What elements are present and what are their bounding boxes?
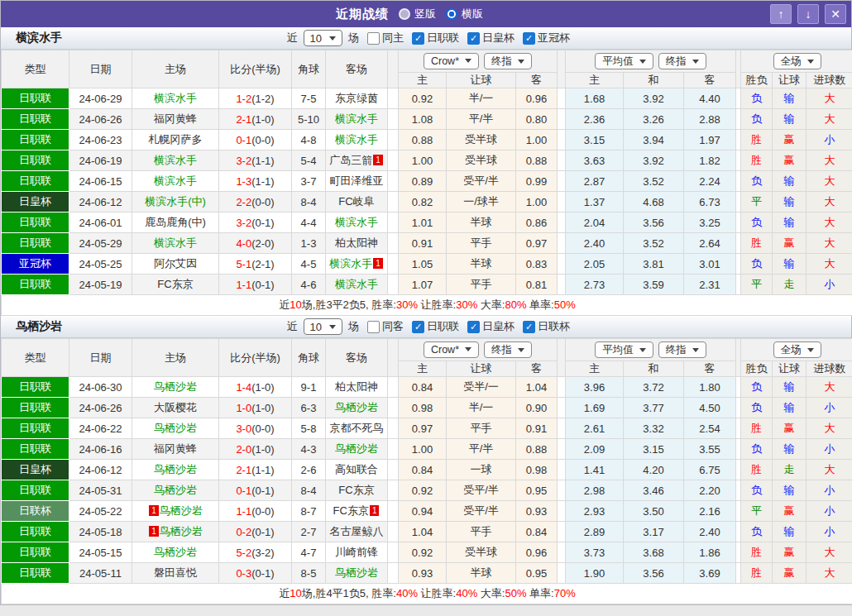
team-name: 鹿岛鹿角(中) <box>145 216 206 228</box>
team-name: 横滨水手 <box>335 216 378 228</box>
bookmaker-select[interactable]: Crow* <box>424 341 479 358</box>
fulltime-score: 0-3 <box>236 567 251 580</box>
result-goals: 大 <box>807 212 852 233</box>
red-card-badge: 1 <box>370 505 380 516</box>
chevron-down-icon <box>518 60 524 64</box>
halftime-score: (1-1) <box>251 464 274 476</box>
match-count-select[interactable]: 10 <box>304 30 342 46</box>
column-header-2: 主场 <box>132 339 219 377</box>
average-stage-select[interactable]: 终指 <box>658 341 706 358</box>
result-goals: 大 <box>807 171 852 192</box>
avg-home: 2.09 <box>566 439 624 460</box>
odds-away: 0.81 <box>516 275 558 295</box>
match-row: 日职联24-05-181鸟栖沙岩0-2(0-1)2-7名古屋鲸八1.04平手0.… <box>2 522 852 542</box>
away-team: 町田泽维亚 <box>326 171 388 192</box>
league-checkbox-1[interactable]: ✓日皇杯 <box>467 31 515 45</box>
avg-home: 1.69 <box>566 398 624 418</box>
column-separator <box>558 88 566 109</box>
competition-badge: 日职联 <box>2 542 69 563</box>
home-team: 福冈黄蜂 <box>132 109 219 130</box>
league-label: 日职联 <box>427 31 459 45</box>
column-separator <box>558 339 566 377</box>
summary-label: 大率: <box>477 298 505 311</box>
home-team: 福冈黄蜂 <box>132 439 219 460</box>
average-select[interactable]: 平均值 <box>595 53 653 69</box>
summary-label: 近 <box>279 587 290 599</box>
odds-handicap: 平手 <box>447 233 516 254</box>
competition-badge: 日皇杯 <box>2 460 69 480</box>
red-card-badge: 1 <box>373 258 383 269</box>
fulltime-score: 1-1 <box>236 505 251 518</box>
match-row: 日职联24-06-23札幌冈萨多0-1(0-0)4-8横滨水手0.88受半球1.… <box>2 130 852 150</box>
avg-draw: 3.26 <box>624 109 684 130</box>
home-team: 鸟栖沙岩 <box>132 480 219 501</box>
bookmaker-select[interactable]: Crow* <box>424 53 479 69</box>
checkbox-checked-icon: ✓ <box>467 321 480 333</box>
result-goals: 大 <box>807 377 852 398</box>
avg-away: 1.97 <box>684 130 736 150</box>
sections-container: 横滨水手 近10场同主✓日职联✓日皇杯✓亚冠杯 类型日期主场比分(半场)角球客场… <box>1 27 851 604</box>
summary-value: 50% <box>505 587 526 599</box>
avg-home: 1.37 <box>566 192 624 212</box>
home-team: 札幌冈萨多 <box>132 130 219 150</box>
away-team: 横滨水手 <box>326 275 388 295</box>
column-separator <box>388 542 399 563</box>
league-checkbox-2[interactable]: ✓亚冠杯 <box>523 31 570 45</box>
move-up-button[interactable]: ↑ <box>770 4 792 24</box>
layout-radio-vertical[interactable]: 竖版 <box>399 7 436 21</box>
league-checkbox-0[interactable]: ✓日职联 <box>412 319 459 334</box>
scope-select[interactable]: 全场 <box>773 341 821 358</box>
move-down-button[interactable]: ↓ <box>797 4 819 24</box>
avg-away: 6.73 <box>684 192 736 212</box>
league-checkbox-0[interactable]: ✓日职联 <box>412 31 459 45</box>
odds-stage-select[interactable]: 终指 <box>484 53 532 69</box>
avg-draw: 3.81 <box>624 254 684 275</box>
avg-away: 4.50 <box>684 398 736 418</box>
team-name: 横滨水手 <box>329 257 372 270</box>
result-handicap: 赢 <box>773 150 807 171</box>
halftime-score: (3-2) <box>251 547 274 559</box>
summary-value: 50% <box>554 298 576 311</box>
odds-home: 0.94 <box>399 501 447 522</box>
avg-draw: 3.56 <box>624 563 684 584</box>
league-checkbox-2[interactable]: ✓日联杯 <box>523 319 570 334</box>
avg-away: 2.24 <box>684 171 736 192</box>
match-row: 日职联24-06-22鸟栖沙岩3-0(0-0)5-8京都不死鸟0.97平手0.9… <box>2 418 852 439</box>
summary-value: 30% <box>456 298 477 311</box>
same-venue-checkbox[interactable]: 同主 <box>367 31 404 45</box>
odds-handicap: 半球 <box>447 212 516 233</box>
same-venue-checkbox[interactable]: 同客 <box>367 319 404 334</box>
summary-label: 场,胜3平2负5, 胜率: <box>302 298 396 311</box>
result-goals: 小 <box>807 522 852 542</box>
score-cell: 5-2(3-2) <box>219 542 292 563</box>
corner-score: 8-4 <box>292 192 326 212</box>
summary-value: 30% <box>396 298 418 311</box>
match-count-select[interactable]: 10 <box>304 318 342 335</box>
average-select[interactable]: 平均值 <box>595 341 653 358</box>
summary-label: 近 <box>279 298 290 311</box>
average-stage-select[interactable]: 终指 <box>658 53 706 69</box>
home-team: 磐田喜悦 <box>132 563 219 584</box>
layout-radio-horizontal[interactable]: 横版 <box>446 7 483 21</box>
odds-stage-select[interactable]: 终指 <box>484 341 532 358</box>
summary-label: 单率: <box>526 298 553 311</box>
result-handicap: 输 <box>773 88 807 109</box>
result-goals: 小 <box>807 275 852 295</box>
titlebar: 近期战绩 竖版 横版 ↑ ↓ ✕ <box>1 1 851 27</box>
odds-handicap: 一球 <box>447 460 516 480</box>
odds-handicap: 受半球 <box>447 130 516 150</box>
close-button[interactable]: ✕ <box>825 4 846 24</box>
same-venue-label: 同客 <box>382 319 404 334</box>
league-checkbox-1[interactable]: ✓日皇杯 <box>467 319 515 334</box>
result-outcome: 负 <box>741 212 773 233</box>
match-date: 24-05-18 <box>69 522 132 542</box>
filter-suffix-label: 场 <box>348 319 359 334</box>
sub-header-8: 进球数 <box>807 361 852 377</box>
scope-select[interactable]: 全场 <box>773 53 821 69</box>
competition-badge: 日职联 <box>2 150 69 171</box>
column-separator <box>388 254 399 275</box>
avg-home: 2.40 <box>566 233 624 254</box>
summary-value: 40% <box>456 587 477 599</box>
column-separator <box>558 50 566 88</box>
avg-draw: 3.77 <box>624 398 684 418</box>
